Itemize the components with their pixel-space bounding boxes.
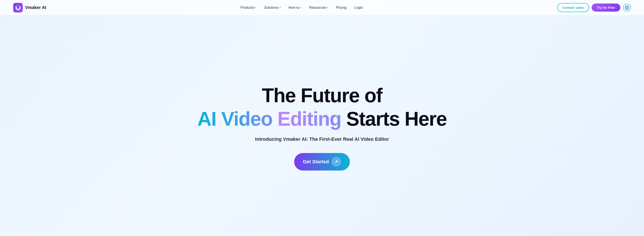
nav-item-products[interactable]: Products ▾: [238, 4, 259, 11]
nav-item-login[interactable]: Login: [351, 4, 366, 11]
logo-link[interactable]: Vmaker AI: [13, 3, 46, 12]
hero-title-line2: AI Video Editing Starts Here: [197, 108, 447, 130]
hero-gradient-ai: AI Video: [197, 108, 277, 130]
arrow-icon: ↗: [334, 159, 338, 164]
hero-section: The Future of AI Video Editing Starts He…: [0, 15, 644, 236]
chevron-down-icon: ▾: [300, 6, 302, 9]
logo-icon: [13, 3, 23, 12]
nav-item-pricing[interactable]: Pricing: [333, 4, 350, 11]
hero-gradient-editing: Editing: [278, 108, 346, 130]
chevron-down-icon: ▾: [255, 6, 256, 9]
nav-links: Products ▾ Solutions ▾ How to ▾ Resource…: [238, 4, 366, 11]
get-started-label: Get Started: [303, 159, 329, 165]
brand-name: Vmaker AI: [25, 5, 46, 10]
get-started-button[interactable]: Get Started ↗: [294, 153, 350, 171]
contact-sales-button[interactable]: Contact sales: [557, 3, 589, 12]
globe-icon: 🌐: [624, 5, 629, 10]
try-for-free-button[interactable]: Try for Free: [592, 3, 620, 11]
nav-item-resources[interactable]: Resources ▾: [306, 4, 331, 11]
nav-item-solutions[interactable]: Solutions ▾: [261, 4, 284, 11]
language-selector-button[interactable]: 🌐: [623, 4, 631, 11]
arrow-circle: ↗: [332, 157, 341, 167]
chevron-down-icon: ▾: [280, 6, 280, 9]
chevron-down-icon: ▾: [327, 6, 328, 9]
hero-subtitle: Introducing Vmaker AI: The First-Ever Re…: [255, 136, 389, 142]
nav-item-howto[interactable]: How to ▾: [286, 4, 304, 11]
navbar: Vmaker AI Products ▾ Solutions ▾ How to …: [0, 0, 644, 15]
nav-right: Contact sales Try for Free 🌐: [557, 3, 631, 12]
hero-starts-here: Starts Here: [346, 108, 447, 130]
hero-title-line1: The Future of: [262, 85, 382, 106]
